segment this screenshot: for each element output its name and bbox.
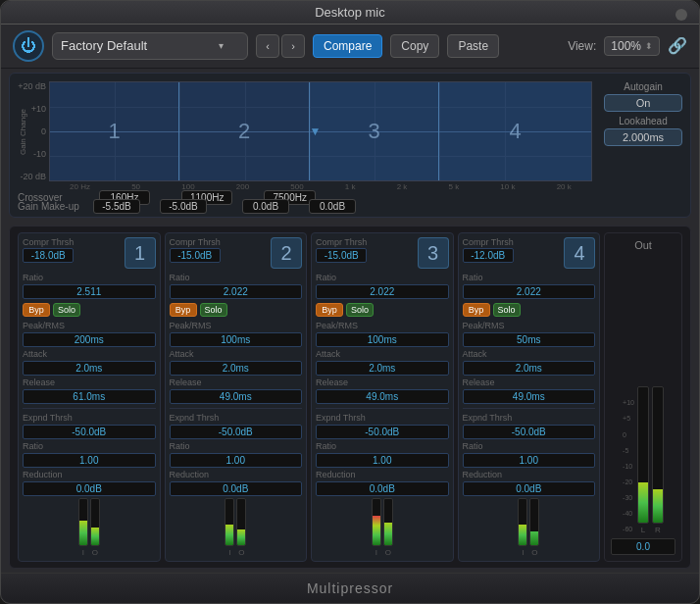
gainmakeup-val-4[interactable]: 0.0dB [309,199,356,214]
compare-button[interactable]: Compare [313,34,382,58]
expnd-ratio-label-1: Ratio [23,441,156,451]
gainmakeup-label: Gain Make-up [18,201,91,212]
solo-btn-1[interactable]: Solo [53,303,80,317]
attack-val-1[interactable]: 2.0ms [23,361,156,376]
ratio-val-1[interactable]: 2.511 [23,284,156,299]
autogain-value[interactable]: On [604,94,682,112]
band-2-number: 2 [271,237,302,269]
lookahead-value[interactable]: 2.000ms [604,128,682,146]
attack-label-1: Attack [23,349,156,359]
eq-band-1: 1 [50,82,179,181]
view-zoom[interactable]: 100% ⬍ [604,36,660,56]
expnd-thrsh-val-4[interactable]: -50.0dB [463,425,596,439]
out-r-meter [652,386,664,524]
next-button[interactable]: › [281,34,305,58]
ratio-val-4[interactable]: 2.022 [463,284,596,299]
reduction-val-2[interactable]: 0.0dB [170,481,303,496]
bands-section: Compr Thrsh -18.0dB 1 Ratio 2.511 Byp So… [9,226,691,569]
reduction-val-4[interactable]: 0.0dB [463,481,596,496]
attack-val-2[interactable]: 2.0ms [170,361,303,376]
nav-buttons: ‹ › [256,34,305,58]
compr-thrsh-val-3[interactable]: -15.0dB [316,248,367,263]
byp-btn-4[interactable]: Byp [463,303,490,317]
expnd-ratio-val-2[interactable]: 1.00 [170,453,303,468]
band-1-meter: I O [23,498,156,557]
peak-rms-val-1[interactable]: 200ms [23,332,156,347]
byp-btn-2[interactable]: Byp [170,303,197,317]
view-section: View: 100% ⬍ 🔗 [568,36,687,56]
plugin-name: Multipressor [307,580,393,596]
toolbar: ⏻ Factory Default ▾ ‹ › Compare Copy Pas… [1,25,699,69]
peak-rms-val-4[interactable]: 50ms [463,332,596,347]
release-val-4[interactable]: 49.0ms [463,389,596,404]
expnd-thrsh-val-2[interactable]: -50.0dB [170,425,303,439]
copy-button[interactable]: Copy [390,34,439,58]
main-window: Desktop mic ⏻ Factory Default ▾ ‹ › Comp… [0,0,700,604]
out-scale: +10 +5 0 -5 -10 -20 -30 -40 -60 [623,397,634,534]
expnd-thrsh-label-1: Expnd Thrsh [23,413,156,423]
band-4-meter: I O [463,498,596,557]
peak-rms-val-2[interactable]: 100ms [170,332,303,347]
expnd-thrsh-val-3[interactable]: -50.0dB [316,425,449,439]
band-2-meter: I O [170,498,303,557]
byp-btn-1[interactable]: Byp [23,303,50,317]
expnd-thrsh-val-1[interactable]: -50.0dB [23,425,156,439]
compr-thrsh-val-1[interactable]: -18.0dB [23,248,74,263]
lookahead-label: Lookahead [604,116,682,126]
gainmakeup-row: Gain Make-up -5.5dB -5.0dB 0.0dB 0.0dB [18,199,592,218]
band-3-panel: Compr Thrsh -15.0dB 3 Ratio 2.022 Byp So… [311,232,454,562]
power-icon: ⏻ [21,37,36,55]
paste-button[interactable]: Paste [447,34,499,58]
gainmakeup-val-3[interactable]: 0.0dB [242,199,289,214]
view-label: View: [568,39,596,53]
release-val-3[interactable]: 49.0ms [316,389,449,404]
out-value[interactable]: 0.0 [611,538,675,555]
eq-section: Autogain On Lookahead 2.000ms +20 dB +10… [9,73,691,219]
compr-thrsh-label-2: Compr Thrsh [170,237,221,247]
reduction-val-1[interactable]: 0.0dB [23,481,156,496]
expnd-ratio-val-3[interactable]: 1.00 [316,453,449,468]
release-val-2[interactable]: 49.0ms [170,389,303,404]
attack-val-4[interactable]: 2.0ms [463,361,596,376]
peak-rms-val-3[interactable]: 100ms [316,332,449,347]
eq-band-3: 3 [310,82,440,181]
solo-btn-3[interactable]: Solo [346,303,374,317]
solo-btn-4[interactable]: Solo [493,303,521,317]
out-label: Out [634,239,652,251]
out-l-meter [637,386,649,524]
prev-button[interactable]: ‹ [256,34,279,58]
gain-change-label: Gain Change [18,81,29,182]
band-3-number: 3 [418,237,449,269]
ratio-val-3[interactable]: 2.022 [316,284,449,299]
expnd-ratio-val-1[interactable]: 1.00 [23,453,156,468]
eq-graph[interactable]: +20 dB +10 0 -10 -20 dB Gain Change [18,81,592,182]
solo-btn-2[interactable]: Solo [200,303,227,317]
eq-band-2: 2 [179,82,310,181]
chevron-updown-icon: ⬍ [645,41,653,51]
power-button[interactable]: ⏻ [13,30,44,62]
window-title: Desktop mic [315,5,385,20]
ratio-val-2[interactable]: 2.022 [170,284,303,299]
expnd-ratio-val-4[interactable]: 1.00 [463,453,596,468]
attack-val-3[interactable]: 2.0ms [316,361,449,376]
band-4-panel: Compr Thrsh -12.0dB 4 Ratio 2.022 Byp So… [458,232,601,562]
band-2-panel: Compr Thrsh -15.0dB 2 Ratio 2.022 Byp So… [165,232,308,562]
title-bar: Desktop mic [1,1,699,25]
reduction-label-1: Reduction [23,470,156,479]
autogain-label: Autogain [604,81,682,92]
reduction-val-3[interactable]: 0.0dB [316,481,449,496]
eq-graph-area[interactable]: 1 2 3 4 ▼ [49,81,592,182]
gainmakeup-val-1[interactable]: -5.5dB [93,199,140,214]
peak-rms-label-1: Peak/RMS [23,321,156,330]
compr-thrsh-val-2[interactable]: -15.0dB [170,248,221,263]
band-3-meter: I O [316,498,449,557]
compr-thrsh-val-4[interactable]: -12.0dB [463,248,514,263]
release-val-1[interactable]: 61.0ms [23,389,156,404]
byp-btn-3[interactable]: Byp [316,303,343,317]
preset-dropdown[interactable]: Factory Default ▾ [52,32,248,60]
window-minimize-button[interactable] [675,9,687,21]
link-icon[interactable]: 🔗 [668,36,687,55]
bottom-bar: Multipressor [1,573,699,603]
gainmakeup-val-2[interactable]: -5.0dB [160,199,207,214]
compr-thrsh-label-1: Compr Thrsh [23,237,74,247]
